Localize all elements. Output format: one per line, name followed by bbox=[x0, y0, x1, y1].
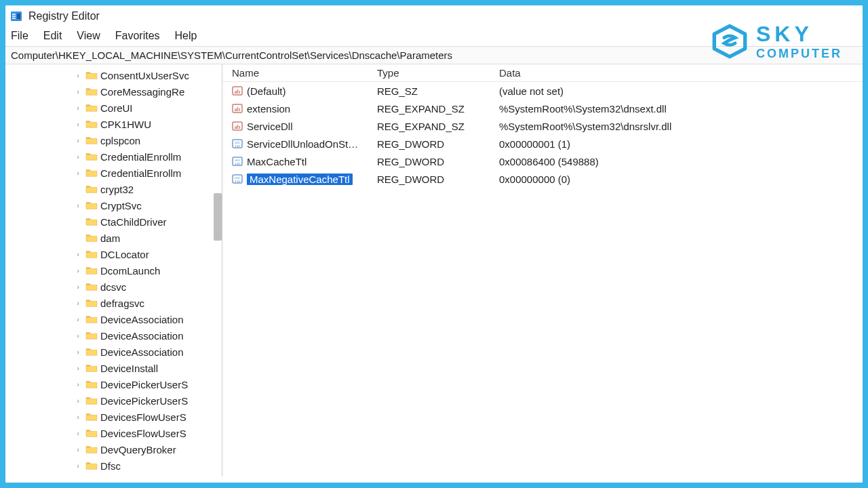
tree-item[interactable]: › Dfsc bbox=[73, 458, 222, 474]
chevron-right-icon[interactable]: › bbox=[73, 331, 83, 340]
tree-item-label: CoreMessagingRe bbox=[100, 86, 184, 98]
folder-icon bbox=[85, 266, 98, 275]
tree-item[interactable]: › DeviceAssociation bbox=[73, 311, 222, 327]
folder-icon bbox=[85, 233, 98, 243]
chevron-right-icon[interactable]: › bbox=[73, 201, 83, 209]
value-row[interactable]: 011 110 MaxCacheTtlREG_DWORD0x00086400 (… bbox=[222, 152, 863, 170]
tree-item-label: DevicesFlowUserS bbox=[100, 428, 186, 439]
tree-item[interactable]: › CryptSvc bbox=[73, 197, 222, 214]
chevron-right-icon[interactable]: › bbox=[73, 169, 83, 177]
tree-item[interactable]: › cplspcon bbox=[73, 132, 222, 148]
tree-item-label: CredentialEnrollm bbox=[100, 167, 181, 179]
tree-item[interactable]: › CredentialEnrollm bbox=[73, 148, 222, 165]
tree-item[interactable]: › dam bbox=[73, 230, 222, 246]
tree-item-label: CoreUI bbox=[100, 102, 133, 114]
folder-icon bbox=[85, 314, 98, 324]
folder-icon bbox=[85, 412, 98, 422]
folder-icon bbox=[85, 87, 98, 96]
column-header-data[interactable]: Data bbox=[499, 67, 863, 79]
value-name: (Default) bbox=[247, 85, 286, 97]
chevron-right-icon[interactable]: › bbox=[73, 152, 83, 161]
chevron-right-icon[interactable]: › bbox=[73, 104, 83, 112]
menu-view[interactable]: View bbox=[77, 30, 100, 42]
chevron-right-icon[interactable]: › bbox=[73, 380, 83, 388]
value-type: REG_DWORD bbox=[377, 156, 499, 167]
tree-item[interactable]: › DevicePickerUserS bbox=[73, 376, 222, 392]
tree-item[interactable]: › defragsvc bbox=[73, 295, 222, 311]
tree-item-label: defragsvc bbox=[100, 298, 144, 309]
chevron-right-icon[interactable]: › bbox=[73, 396, 83, 405]
tree-item[interactable]: › crypt32 bbox=[73, 181, 222, 197]
chevron-right-icon[interactable]: › bbox=[73, 429, 83, 437]
column-header-name[interactable]: Name bbox=[222, 67, 377, 79]
value-row[interactable]: 011 110 ServiceDllUnloadOnSt…REG_DWORD0x… bbox=[222, 135, 863, 152]
binary-value-icon: 011 110 bbox=[232, 174, 243, 184]
tree-item[interactable]: › DCLocator bbox=[73, 246, 222, 262]
svg-rect-1 bbox=[12, 14, 16, 15]
value-row[interactable]: ab extensionREG_EXPAND_SZ%SystemRoot%\Sy… bbox=[222, 100, 863, 117]
tree-item[interactable]: › DevQueryBroker bbox=[73, 441, 222, 458]
folder-icon bbox=[85, 396, 98, 405]
values-list-pane: Name Type Data ab (Default)REG_SZ(value … bbox=[222, 64, 863, 476]
tree-item[interactable]: › CtaChildDriver bbox=[73, 214, 222, 230]
tree-scrollbar[interactable] bbox=[214, 193, 222, 241]
tree-item[interactable]: › DevicePickerUserS bbox=[73, 392, 222, 409]
tree-item-label: dcsvc bbox=[100, 281, 126, 293]
folder-icon bbox=[85, 70, 98, 80]
menu-edit[interactable]: Edit bbox=[43, 30, 62, 42]
tree-item[interactable]: › CredentialEnrollm bbox=[73, 165, 222, 181]
tree-item[interactable]: › CPK1HWU bbox=[73, 116, 222, 132]
chevron-right-icon[interactable]: › bbox=[73, 315, 83, 323]
value-type: REG_SZ bbox=[377, 85, 499, 97]
chevron-right-icon[interactable]: › bbox=[73, 71, 83, 79]
tree-item[interactable]: › DeviceAssociation bbox=[73, 344, 222, 360]
chevron-right-icon[interactable]: › bbox=[73, 364, 83, 372]
chevron-right-icon[interactable]: › bbox=[73, 250, 83, 258]
chevron-right-icon[interactable]: › bbox=[73, 87, 83, 96]
tree-item[interactable]: › ConsentUxUserSvc bbox=[73, 67, 222, 83]
tree-item[interactable]: › DevicesFlowUserS bbox=[73, 409, 222, 425]
chevron-right-icon[interactable]: › bbox=[73, 445, 83, 453]
chevron-right-icon[interactable]: › bbox=[73, 299, 83, 307]
tree-pane[interactable]: › ConsentUxUserSvc› CoreMessagingRe› Cor… bbox=[5, 64, 222, 476]
tree-item-label: DevQueryBroker bbox=[100, 444, 176, 455]
chevron-right-icon[interactable]: › bbox=[73, 283, 83, 291]
tree-item[interactable]: › DeviceInstall bbox=[73, 360, 222, 376]
value-row[interactable]: ab ServiceDllREG_EXPAND_SZ%SystemRoot%\S… bbox=[222, 117, 863, 135]
tree-item[interactable]: › DeviceAssociation bbox=[73, 327, 222, 344]
chevron-right-icon[interactable]: › bbox=[73, 266, 83, 274]
tree-item-label: DeviceAssociation bbox=[100, 314, 184, 325]
binary-value-icon: 011 110 bbox=[232, 138, 243, 149]
menu-file[interactable]: File bbox=[11, 30, 28, 42]
folder-icon bbox=[85, 282, 98, 291]
folder-icon bbox=[85, 461, 98, 470]
tree-item[interactable]: › CoreMessagingRe bbox=[73, 83, 222, 100]
chevron-right-icon[interactable]: › bbox=[73, 462, 83, 470]
tree-item[interactable]: › CoreUI bbox=[73, 100, 222, 116]
svg-text:ab: ab bbox=[235, 88, 241, 95]
chevron-right-icon[interactable]: › bbox=[73, 348, 83, 356]
value-type: REG_EXPAND_SZ bbox=[377, 121, 499, 132]
value-row[interactable]: ab (Default)REG_SZ(value not set) bbox=[222, 82, 863, 100]
svg-rect-3 bbox=[12, 18, 16, 19]
value-type: REG_DWORD bbox=[377, 174, 499, 185]
string-value-icon: ab bbox=[232, 121, 243, 131]
tree-item[interactable]: › dcsvc bbox=[73, 279, 222, 295]
column-header-type[interactable]: Type bbox=[377, 67, 499, 79]
folder-icon bbox=[85, 249, 98, 259]
value-row[interactable]: 011 110 MaxNegativeCacheTtlREG_DWORD0x00… bbox=[222, 170, 863, 188]
binary-value-icon: 011 110 bbox=[232, 156, 243, 167]
value-name: ServiceDllUnloadOnSt… bbox=[247, 138, 358, 150]
value-name: MaxNegativeCacheTtl bbox=[247, 174, 353, 185]
tree-item[interactable]: › DcomLaunch bbox=[73, 262, 222, 279]
chevron-right-icon[interactable]: › bbox=[73, 413, 83, 421]
chevron-right-icon[interactable]: › bbox=[73, 136, 83, 144]
string-value-icon: ab bbox=[232, 85, 243, 96]
folder-icon bbox=[85, 347, 98, 357]
tree-item-label: CryptSvc bbox=[100, 200, 142, 211]
menu-help[interactable]: Help bbox=[175, 30, 197, 42]
tree-item[interactable]: › DevicesFlowUserS bbox=[73, 425, 222, 441]
chevron-right-icon[interactable]: › bbox=[73, 120, 83, 128]
values-list-header: Name Type Data bbox=[222, 64, 863, 82]
menu-favorites[interactable]: Favorites bbox=[115, 30, 160, 42]
